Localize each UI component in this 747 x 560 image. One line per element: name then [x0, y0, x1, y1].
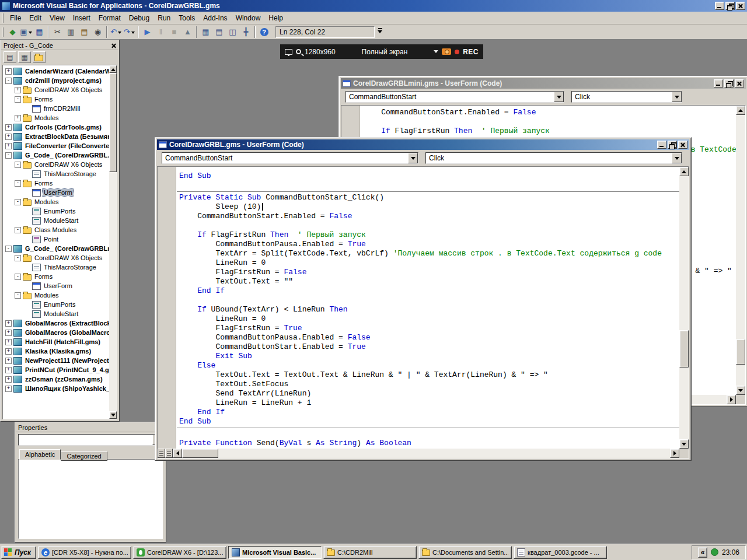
- collapse-icon[interactable]: -: [5, 246, 12, 252]
- help-button[interactable]: ?: [257, 26, 271, 38]
- properties-panel-caption[interactable]: Properties: [16, 423, 165, 432]
- event-dropdown[interactable]: Click: [425, 152, 682, 164]
- expand-icon[interactable]: +: [5, 134, 12, 140]
- tree-item[interactable]: +CorelDRAW X6 Objects: [3, 85, 109, 94]
- toolbar-options-button[interactable]: [376, 26, 384, 38]
- tree-item[interactable]: +HatchFill (HatchFill.gms): [3, 337, 109, 346]
- tab-alphabetic[interactable]: Alphabetic: [19, 449, 61, 460]
- expand-icon[interactable]: +: [5, 386, 12, 392]
- collapse-icon[interactable]: -: [15, 199, 21, 205]
- expand-icon[interactable]: +: [5, 320, 12, 327]
- tree-item[interactable]: UserForm: [3, 188, 109, 197]
- view-code-button[interactable]: ▤: [4, 51, 16, 63]
- view-object-button[interactable]: ▦: [18, 51, 31, 63]
- copy-button[interactable]: ▥: [64, 26, 78, 38]
- collapse-icon[interactable]: -: [5, 152, 12, 159]
- tree-item[interactable]: +GlobalMacros (GlobalMacros: [3, 328, 109, 337]
- tree-item[interactable]: -Modules: [3, 197, 109, 206]
- tree-item[interactable]: +Modules: [3, 113, 109, 123]
- expand-icon[interactable]: +: [5, 367, 12, 373]
- menu-window[interactable]: Window: [232, 12, 265, 24]
- restore-button[interactable]: [724, 79, 734, 88]
- event-dropdown[interactable]: Click: [571, 91, 682, 103]
- menu-run[interactable]: Run: [153, 12, 174, 24]
- expand-icon[interactable]: +: [5, 339, 12, 345]
- scrollbar-track[interactable]: [218, 449, 670, 458]
- tree-item[interactable]: -G_Code_ (CorelDrawGRBL.gr: [3, 150, 109, 160]
- expand-icon[interactable]: +: [5, 143, 12, 149]
- run-button[interactable]: ▶: [141, 26, 154, 38]
- cut-button[interactable]: ✂: [51, 26, 64, 38]
- scroll-thumb[interactable]: [109, 73, 117, 172]
- tree-item[interactable]: -Modules: [3, 290, 109, 300]
- find-button[interactable]: ◉: [91, 26, 104, 38]
- tree-item[interactable]: +ШипоЯщик (ShipoYashick_V: [3, 384, 109, 393]
- expand-icon[interactable]: +: [15, 87, 21, 93]
- expand-icon[interactable]: +: [5, 348, 12, 355]
- scroll-thumb[interactable]: [736, 339, 745, 365]
- collapse-icon[interactable]: -: [5, 78, 12, 84]
- expand-icon[interactable]: +: [15, 115, 21, 121]
- insert-userform-button[interactable]: ▣: [19, 26, 33, 38]
- start-button[interactable]: Пуск: [1, 546, 36, 559]
- tree-vertical-scrollbar[interactable]: [109, 65, 117, 419]
- menu-addins[interactable]: Add-Ins: [199, 12, 231, 24]
- project-panel-caption[interactable]: Project - G_Code: [1, 41, 118, 50]
- close-button[interactable]: [736, 2, 745, 10]
- break-button[interactable]: ‖: [154, 26, 167, 38]
- tree-item[interactable]: +CalendarWizard (CalendarWi: [3, 66, 109, 76]
- tree-item[interactable]: +GlobalMacros (ExtractBlockD: [3, 318, 109, 328]
- scroll-thumb[interactable]: [679, 330, 689, 368]
- undo-button[interactable]: ↶: [109, 26, 123, 38]
- scroll-down-button[interactable]: [736, 386, 745, 395]
- tree-item[interactable]: +FileConverter (FileConverter: [3, 141, 109, 150]
- procedure-view-button[interactable]: [158, 449, 165, 458]
- close-button[interactable]: [735, 79, 744, 88]
- tree-item[interactable]: +NewProject111 (NewProject1: [3, 356, 109, 365]
- close-button[interactable]: [678, 141, 687, 149]
- object-dropdown[interactable]: CommandButtonStart: [345, 91, 564, 103]
- tree-item[interactable]: ThisMacroStorage: [3, 262, 109, 272]
- menu-insert[interactable]: Insert: [69, 12, 95, 24]
- taskbar-button[interactable]: C:\Documents and Settin...: [418, 546, 512, 559]
- design-mode-button[interactable]: ▲: [181, 26, 194, 38]
- properties-window-button[interactable]: ▤: [212, 26, 226, 38]
- view-coreldraw-button[interactable]: ◆: [6, 26, 19, 38]
- collapse-icon[interactable]: -: [15, 162, 21, 168]
- horizontal-scrollbar[interactable]: [158, 449, 679, 458]
- tree-item[interactable]: EnumPorts: [3, 300, 109, 309]
- properties-list[interactable]: [18, 459, 163, 539]
- tree-item[interactable]: Point: [3, 235, 109, 244]
- menu-tools[interactable]: Tools: [174, 12, 199, 24]
- code-window-mini-titlebar[interactable]: CorelDrawGRBLmini.gms - UserForm (Code): [341, 78, 746, 89]
- tree-item[interactable]: -Forms: [3, 178, 109, 188]
- collapse-icon[interactable]: -: [15, 255, 21, 261]
- tree-item[interactable]: ModuleStart: [3, 309, 109, 318]
- collapse-icon[interactable]: -: [15, 274, 21, 280]
- taskbar-button[interactable]: квадрат_0003.gcode - ...: [514, 546, 607, 559]
- collapse-icon[interactable]: -: [15, 227, 21, 233]
- tree-item[interactable]: -CorelDRAW X6 Objects: [3, 253, 109, 262]
- code-window-main-titlebar[interactable]: CorelDrawGRBL.gms - UserForm (Code): [157, 139, 689, 150]
- recorder-dropdown-icon[interactable]: [434, 50, 438, 55]
- scroll-right-button[interactable]: [727, 395, 736, 404]
- scroll-thumb[interactable]: [182, 449, 218, 458]
- toolbar-drag-handle[interactable]: [2, 27, 4, 37]
- tree-item[interactable]: +CdrTools (CdrTools.gms): [3, 123, 109, 132]
- tree-item[interactable]: EnumPorts: [3, 206, 109, 216]
- menu-help[interactable]: Help: [264, 12, 287, 24]
- tree-item[interactable]: -CorelDRAW X6 Objects: [3, 160, 109, 169]
- tree-item[interactable]: frmCDR2Mill: [3, 104, 109, 113]
- restore-button[interactable]: [725, 2, 735, 10]
- tree-item[interactable]: ModuleStart: [3, 216, 109, 225]
- menu-view[interactable]: View: [46, 12, 69, 24]
- tree-item[interactable]: -cdr2mill (myproject.gms): [3, 76, 109, 85]
- scroll-down-button[interactable]: [109, 411, 117, 419]
- expand-icon[interactable]: +: [5, 358, 12, 364]
- dropdown-button[interactable]: [408, 153, 418, 163]
- expand-icon[interactable]: +: [5, 330, 12, 336]
- project-explorer-button[interactable]: ▦: [199, 26, 212, 38]
- object-browser-button[interactable]: ◫: [226, 26, 239, 38]
- redo-button[interactable]: ↷: [123, 26, 136, 38]
- toolbox-button[interactable]: ╋: [239, 26, 253, 38]
